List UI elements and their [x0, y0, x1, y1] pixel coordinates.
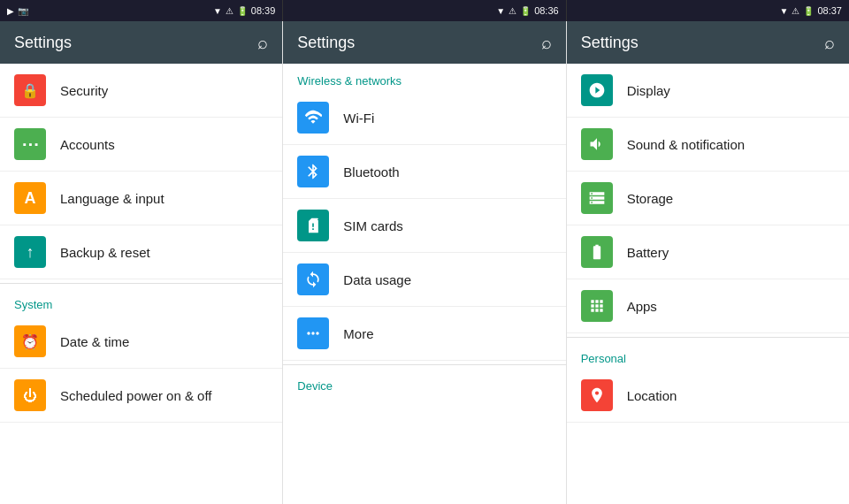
location-svg-icon [588, 386, 606, 404]
accounts-icon-box [14, 128, 46, 160]
power-icon-box [14, 379, 46, 411]
device-section-header: Device [283, 369, 565, 396]
data-svg-icon [304, 271, 322, 288]
accounts-label: Accounts [60, 137, 115, 152]
settings-item-sim[interactable]: SIM cards [283, 199, 565, 253]
more-label: More [343, 326, 373, 341]
settings-item-location[interactable]: Location [567, 369, 849, 423]
settings-item-accounts[interactable]: Accounts [0, 118, 282, 172]
app-bar-2: Settings ⌕ [283, 21, 565, 64]
display-label: Display [627, 83, 670, 98]
wifi-svg-icon [304, 109, 322, 126]
settings-item-bluetooth[interactable]: Bluetooth [283, 145, 565, 199]
wifi-icon-2: ▼ [496, 6, 505, 16]
bluetooth-icon-box [297, 156, 329, 187]
app-bar-title-3: Settings [581, 34, 824, 52]
settings-item-datetime[interactable]: Date & time [0, 315, 282, 369]
settings-item-display[interactable]: Display [567, 64, 849, 118]
security-label: Security [60, 83, 108, 98]
settings-item-more[interactable]: More [283, 307, 565, 361]
camera-icon: 📷 [18, 6, 28, 16]
settings-item-language[interactable]: Language & input [0, 172, 282, 225]
settings-list-3: Display Sound & notification Storage [567, 64, 849, 504]
apps-label: Apps [627, 299, 657, 314]
sound-svg-icon [588, 135, 606, 153]
language-icon-box [14, 182, 46, 214]
app-bar-1: Settings ⌕ [0, 21, 282, 64]
data-icon-box [297, 263, 329, 295]
battery-svg-icon [588, 243, 606, 261]
wifi-icon-3: ▼ [780, 6, 789, 16]
app-bar-title-2: Settings [297, 34, 540, 52]
language-icon [25, 189, 36, 208]
apps-icon-box [581, 290, 613, 322]
divider-personal [567, 337, 849, 338]
settings-item-apps[interactable]: Apps [567, 279, 849, 333]
more-icon-box [297, 317, 329, 349]
security-icon-box [14, 74, 46, 106]
battery-icon-box [581, 236, 613, 268]
time-2: 08:36 [534, 5, 559, 16]
security-icon [21, 81, 39, 100]
storage-icon-box [581, 182, 613, 214]
signal-icon-1: ⚠ [226, 6, 233, 16]
signal-icon-3: ⚠ [792, 6, 799, 16]
settings-item-security[interactable]: Security [0, 64, 282, 118]
more-svg-icon [304, 325, 322, 342]
datetime-label: Date & time [60, 334, 129, 349]
accounts-icon [21, 134, 39, 155]
app-bar-3: Settings ⌕ [567, 21, 849, 64]
backup-label: Backup & reset [60, 245, 150, 260]
settings-item-storage[interactable]: Storage [567, 172, 849, 225]
backup-icon-box [14, 236, 46, 268]
display-icon-box [581, 74, 613, 106]
panel-3: Settings ⌕ Display Sound & [567, 21, 849, 504]
bluetooth-svg-icon [304, 163, 322, 180]
personal-section-header: Personal [567, 341, 849, 369]
battery-icon-2: 🔋 [520, 6, 531, 16]
sim-icon-box [297, 210, 329, 241]
status-bar-2: ▼ ⚠ 🔋 08:36 [283, 0, 566, 21]
battery-label: Battery [627, 245, 669, 260]
system-section-header: System [0, 287, 282, 315]
divider-system [0, 283, 282, 284]
main-content: Settings ⌕ Security Accounts [0, 21, 849, 504]
divider-device [283, 364, 565, 365]
language-label: Language & input [60, 191, 164, 206]
settings-item-sound[interactable]: Sound & notification [567, 118, 849, 172]
settings-list-1: Security Accounts Language & input [0, 64, 282, 504]
display-svg-icon [588, 81, 606, 99]
search-icon-1[interactable]: ⌕ [257, 33, 268, 53]
storage-svg-icon [588, 189, 606, 207]
settings-item-battery[interactable]: Battery [567, 225, 849, 279]
datetime-icon [21, 332, 39, 351]
location-icon-box [581, 379, 613, 411]
status-bar-3-right: ▼ ⚠ 🔋 08:37 [780, 5, 842, 16]
settings-item-wifi[interactable]: Wi-Fi [283, 91, 565, 145]
location-label: Location [627, 388, 677, 403]
status-bar-1: ▶ 📷 ▼ ⚠ 🔋 08:39 [0, 0, 283, 21]
panel-2: Settings ⌕ Wireless & networks Wi-Fi [283, 21, 566, 504]
apps-svg-icon [588, 297, 606, 315]
status-bar-3: ▼ ⚠ 🔋 08:37 [567, 0, 849, 21]
datetime-icon-box [14, 325, 46, 357]
search-icon-2[interactable]: ⌕ [541, 33, 552, 53]
time-1: 08:39 [251, 5, 276, 16]
storage-label: Storage [627, 191, 674, 206]
backup-icon [27, 243, 34, 262]
settings-item-power[interactable]: Scheduled power on & off [0, 369, 282, 423]
signal-icon-2: ⚠ [509, 6, 516, 16]
panel-1: Settings ⌕ Security Accounts [0, 21, 283, 504]
settings-item-data[interactable]: Data usage [283, 253, 565, 307]
wifi-label: Wi-Fi [343, 111, 374, 126]
status-bar-1-left: ▶ 📷 [7, 6, 28, 16]
sound-icon-box [581, 128, 613, 160]
search-icon-3[interactable]: ⌕ [824, 33, 835, 53]
status-bars: ▶ 📷 ▼ ⚠ 🔋 08:39 ▼ ⚠ 🔋 08:36 ▼ ⚠ 🔋 08:37 [0, 0, 849, 21]
wireless-section-header: Wireless & networks [283, 64, 565, 91]
time-3: 08:37 [817, 5, 842, 16]
settings-list-2: Wireless & networks Wi-Fi Bluetooth [283, 64, 565, 504]
settings-item-backup[interactable]: Backup & reset [0, 225, 282, 279]
wifi-icon-1: ▼ [213, 6, 222, 16]
sim-label: SIM cards [343, 218, 403, 233]
